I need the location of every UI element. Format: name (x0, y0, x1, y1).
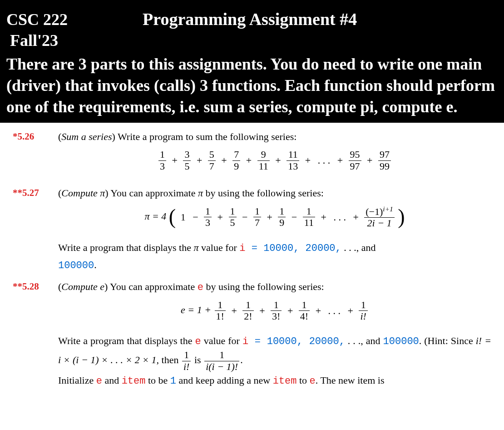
problem-title: Compute π (61, 187, 105, 199)
fraction-num: 1 (303, 206, 315, 217)
fraction-num: 1 (253, 206, 261, 217)
header-top-row: CSC 222 Programming Assignment #4 (6, 9, 498, 29)
problem-body: Write a program that displays the π valu… (58, 240, 491, 273)
assignment-title: Programming Assignment #4 (143, 9, 357, 29)
problem-5-26: *5.26 (Sum a series) Write a program to … (13, 131, 491, 182)
text: then (159, 354, 181, 365)
fraction-den: i(i − 1)! (204, 361, 239, 372)
formula-5-27: π = 4 ( 1 − 13 + 15 − 17 + 19 − 111 + . … (58, 205, 491, 229)
text: value for (199, 242, 240, 253)
problem-text: (Compute e) You can approximate e by usi… (58, 281, 491, 392)
text: and (102, 375, 122, 386)
text: . (Hint: Since (419, 335, 476, 346)
fraction-den: 11 (303, 217, 315, 228)
problem-number: **5.28 (13, 281, 58, 392)
code-val: 100000 (58, 260, 94, 271)
lead-a: You can approximate (110, 187, 195, 199)
code-var: e (96, 375, 102, 387)
fraction-num: 95 (349, 149, 361, 160)
e-eq: e = 1 + (181, 304, 211, 315)
text: value for (201, 335, 242, 346)
text: Write a program that displays the (58, 242, 193, 253)
problem-lead: Write a program to sum the following ser… (118, 131, 296, 142)
fraction-num: 1 (278, 206, 286, 217)
fraction-den: 11 (257, 161, 270, 172)
fraction-num: 1 (229, 206, 237, 217)
fraction-den: 2i − 1 (364, 218, 394, 229)
intro-text: There are 3 parts to this assignments. Y… (6, 54, 498, 117)
fraction-den: 2! (242, 311, 253, 322)
text: . . ., and (341, 242, 376, 253)
formula-5-26: 13 + 35 + 57 + 79 + 911 + 1113 + . . . +… (58, 149, 491, 171)
fraction-num: (−1)i+1 (364, 205, 394, 218)
ellipsis: . . . (318, 155, 331, 166)
fraction-den: 9 (232, 161, 240, 172)
code-op: = (248, 336, 267, 347)
one: 1 (181, 211, 186, 223)
fraction-num: 1 (158, 149, 166, 160)
fraction-den: 3 (204, 217, 212, 228)
problems-area: *5.26 (Sum a series) Write a program to … (0, 123, 504, 402)
fraction-num: 1 (271, 300, 282, 311)
text: Write a program that displays the (58, 335, 195, 346)
term-label: Fall'23 (10, 31, 498, 50)
code-vals: 10000, 20000, (263, 243, 341, 254)
course-code: CSC 222 (6, 10, 143, 29)
fraction-den: 4! (299, 311, 310, 322)
problem-body: Write a program that displays the e valu… (58, 333, 491, 389)
text: to be (145, 375, 170, 386)
code-var: i (239, 243, 245, 254)
fraction-num: 7 (232, 149, 240, 160)
problem-5-27: **5.27 (Compute π) You can approximate π… (13, 187, 491, 276)
fraction-den: 7 (253, 217, 261, 228)
text: is (194, 354, 203, 365)
fraction-num: 1 (204, 206, 212, 217)
ellipsis: . . . (333, 211, 346, 223)
code-var: e (310, 375, 316, 387)
fraction-num: 1 (299, 300, 310, 311)
fraction-num: 5 (208, 149, 216, 160)
text: . (94, 259, 97, 270)
fraction-num: 1 (204, 350, 239, 361)
code-val: 1 (170, 375, 176, 387)
text: to (296, 375, 309, 386)
text: . (240, 354, 243, 365)
text: and keep adding a new (176, 375, 273, 386)
fraction-den: 13 (287, 161, 299, 172)
code-var: e (195, 336, 201, 347)
e-symbol: e (198, 282, 203, 293)
fraction-den: 1! (215, 311, 226, 322)
problem-text: (Compute π) You can approximate π by usi… (58, 187, 491, 276)
fraction-den: 5 (229, 217, 237, 228)
code-var: item (122, 375, 146, 387)
problem-number: **5.27 (13, 187, 58, 276)
code-op: = (246, 243, 264, 254)
left-paren-icon: ( (169, 209, 176, 225)
fraction-num: 1 (242, 300, 253, 311)
problem-text: (Sum a series) Write a program to sum th… (58, 131, 491, 182)
problem-5-28: **5.28 (Compute e) You can approximate e… (13, 281, 491, 392)
pi-symbol: π (198, 187, 203, 199)
text: . The new item is (316, 375, 385, 386)
fraction-num: 1 (215, 300, 226, 311)
fraction-den: 9 (278, 217, 286, 228)
fraction-den: 99 (378, 161, 391, 172)
fraction-num: 11 (287, 149, 299, 160)
code-var: item (273, 375, 297, 387)
fraction-den: i! (182, 361, 191, 372)
lead-a: You can approximate (110, 281, 195, 292)
right-paren-icon: ) (398, 209, 405, 225)
pi-symbol: π (193, 242, 198, 253)
lead-b: by using the following series: (206, 187, 324, 199)
fraction-den: 7 (208, 161, 216, 172)
fraction-den: i! (359, 311, 367, 322)
fraction-num: 3 (183, 149, 191, 160)
fraction-den: 5 (183, 161, 191, 172)
problem-number: *5.26 (13, 131, 58, 182)
fraction-num: 97 (378, 149, 391, 160)
fraction-den: 3 (158, 161, 166, 172)
code-var: i (242, 336, 248, 347)
fraction-den: 3! (271, 311, 282, 322)
assignment-header: CSC 222 Programming Assignment #4 Fall'2… (0, 0, 504, 123)
code-val: 100000 (383, 336, 419, 347)
